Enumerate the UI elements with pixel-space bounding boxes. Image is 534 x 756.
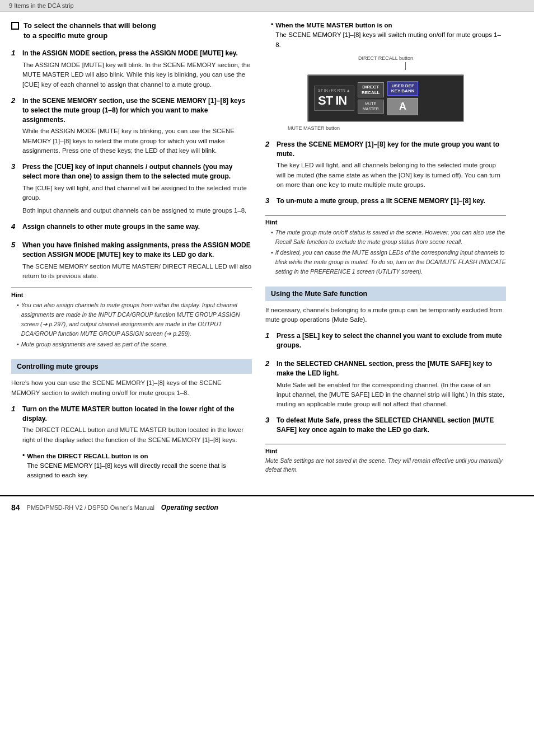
right-content-2: Press the SCENE MEMORY [1]–[8] key for t… bbox=[277, 140, 506, 190]
mute-safe-number-2: 2 bbox=[265, 359, 273, 409]
item-number-1: 1 bbox=[11, 49, 19, 90]
hint-bullet-2: • Mute group assignments are saved as pa… bbox=[17, 340, 252, 349]
item-content-3: Press the [CUE] key of input channels / … bbox=[22, 162, 252, 215]
right-item-3: 3 To un-mute a mute group, press a lit S… bbox=[265, 196, 506, 208]
left-column: To select the channels that will belong … bbox=[11, 21, 252, 484]
hint3-label: Hint bbox=[265, 448, 506, 454]
hint3-box: Hint Mute Safe settings are not saved in… bbox=[265, 444, 506, 475]
hint-label: Hint bbox=[11, 292, 252, 298]
item-content-1: In the ASSIGN MODE section, press the AS… bbox=[22, 49, 252, 90]
main-heading: To select the channels that will belong … bbox=[11, 21, 252, 41]
item-title-3: Press the [CUE] key of input channels / … bbox=[22, 162, 252, 181]
mute-safe-title-3: To defeat Mute Safe, press the SELECTED … bbox=[277, 416, 506, 435]
mute-safe-title: Using the Mute Safe function bbox=[271, 290, 367, 298]
item-content-5: When you have finished making assignment… bbox=[22, 241, 252, 281]
panel-illustration: DIRECT RECALL button ST IN / FX RTN ▲ ST… bbox=[265, 55, 506, 131]
userdef-a-group: USER DEFKEY BANK A bbox=[387, 81, 419, 115]
item-body-3b: Both input channels and output channels … bbox=[22, 206, 252, 215]
direct-recall-bullet-content: When the DIRECT RECALL button is on The … bbox=[27, 452, 252, 481]
controlling-mute-groups-title: Controlling mute groups bbox=[17, 363, 99, 370]
mute-safe-number-1: 1 bbox=[265, 331, 273, 353]
right-title-3: To un-mute a mute group, press a lit SCE… bbox=[277, 196, 506, 206]
controlling-number-1: 1 bbox=[11, 405, 19, 445]
item-number-5: 5 bbox=[11, 241, 19, 281]
footer-manual-text: PM5D/PM5D-RH V2 / DSP5D Owner's Manual bbox=[27, 504, 154, 511]
item-number-4: 4 bbox=[11, 222, 19, 234]
right-hint-box: Hint • The mute group mute on/off status… bbox=[265, 215, 506, 276]
dca-panel: ST IN / FX RTN ▲ ST IN DIRECTRECALL MUTE… bbox=[307, 74, 464, 122]
item-title-5: When you have finished making assignment… bbox=[22, 241, 252, 260]
panel-arrow bbox=[265, 62, 506, 70]
direct-recall-annotation: DIRECT RECALL button bbox=[265, 55, 506, 61]
userdef-button: USER DEFKEY BANK bbox=[387, 81, 419, 96]
mute-safe-number-3: 3 bbox=[265, 416, 273, 437]
mute-master-bullet-content: When the MUTE MASTER button is on The SC… bbox=[275, 21, 506, 50]
hint3-text: Mute Safe settings are not saved in the … bbox=[265, 457, 506, 475]
item-body-2: While the ASSIGN MODE [MUTE] key is blin… bbox=[22, 126, 252, 156]
left-item-4: 4 Assign channels to other mute groups i… bbox=[11, 222, 252, 234]
item-number-2: 2 bbox=[11, 96, 19, 156]
left-hint-box: Hint • You can also assign channels to m… bbox=[11, 288, 252, 349]
main-heading-text: To select the channels that will belong … bbox=[24, 21, 156, 41]
direct-recall-bullet-item: • When the DIRECT RECALL button is on Th… bbox=[22, 452, 252, 481]
footer-section-text: Operating section bbox=[161, 504, 218, 511]
item-body-1: The ASSIGN MODE [MUTE] key will blink. I… bbox=[22, 60, 252, 90]
right-item-2: 2 Press the SCENE MEMORY [1]–[8] key for… bbox=[265, 140, 506, 190]
hint2-bullet-2: • If desired, you can cause the MUTE ass… bbox=[271, 248, 506, 276]
controlling-mute-groups-header: Controlling mute groups bbox=[11, 359, 252, 374]
controlling-item-1: 1 Turn on the MUTE MASTER button located… bbox=[11, 405, 252, 445]
mute-safe-title-1: Press a [SEL] key to select the channel … bbox=[277, 331, 506, 350]
stin-sublabel: ST IN / FX RTN ▲ bbox=[318, 88, 350, 92]
right-number-3: 3 bbox=[265, 196, 273, 208]
right-body-2: The key LED will light, and all channels… bbox=[277, 161, 506, 190]
mute-master-button: MUTEMASTER bbox=[358, 100, 384, 114]
mute-safe-content-2: In the SELECTED CHANNEL section, press t… bbox=[277, 359, 506, 409]
stin-text: ST IN bbox=[318, 93, 350, 108]
mute-safe-section-header: Using the Mute Safe function bbox=[265, 287, 506, 301]
right-column: • When the MUTE MASTER button is on The … bbox=[265, 21, 506, 484]
mute-safe-title-2: In the SELECTED CHANNEL section, press t… bbox=[277, 359, 506, 378]
controlling-body-1: The DIRECT RECALL button and MUTE MASTER… bbox=[22, 425, 252, 445]
item-title-4: Assign channels to other mute groups in … bbox=[22, 222, 252, 232]
page-header: 9 Items in the DCA strip bbox=[0, 0, 534, 12]
left-item-5: 5 When you have finished making assignme… bbox=[11, 241, 252, 281]
mute-safe-intro: If necessary, channels belonging to a mu… bbox=[265, 306, 506, 325]
hint2-bullets: • The mute group mute on/off status is s… bbox=[271, 228, 506, 276]
item-title-2: In the SCENE MEMORY section, use the SCE… bbox=[22, 96, 252, 124]
hint-bullets: • You can also assign channels to mute g… bbox=[17, 300, 252, 349]
page-footer: 84 PM5D/PM5D-RH V2 / DSP5D Owner's Manua… bbox=[0, 495, 534, 519]
a-box: A bbox=[387, 98, 419, 115]
left-item-2: 2 In the SCENE MEMORY section, use the S… bbox=[11, 96, 252, 156]
hint2-label: Hint bbox=[265, 219, 506, 226]
hint2-bullet-1: • The mute group mute on/off status is s… bbox=[271, 228, 506, 247]
mute-safe-item-1: 1 Press a [SEL] key to select the channe… bbox=[265, 331, 506, 353]
mute-safe-item-2: 2 In the SELECTED CHANNEL section, press… bbox=[265, 359, 506, 409]
left-item-1: 1 In the ASSIGN MODE section, press the … bbox=[11, 49, 252, 90]
direct-recall-bullet: • When the DIRECT RECALL button is on Th… bbox=[22, 452, 252, 481]
item-number-3: 3 bbox=[11, 162, 19, 215]
controlling-intro: Here's how you can use the SCENE MEMORY … bbox=[11, 378, 252, 398]
mute-safe-content-3: To defeat Mute Safe, press the SELECTED … bbox=[277, 416, 506, 437]
item-body-5: The SCENE MEMORY section MUTE MASTER/ DI… bbox=[22, 262, 252, 281]
mute-safe-content-1: Press a [SEL] key to select the channel … bbox=[277, 331, 506, 353]
mute-safe-body-2: Mute Safe will be enabled for the corres… bbox=[277, 381, 506, 410]
mute-safe-item-3: 3 To defeat Mute Safe, press the SELECTE… bbox=[265, 416, 506, 437]
left-item-3: 3 Press the [CUE] key of input channels … bbox=[11, 162, 252, 215]
dca-buttons-row: ST IN / FX RTN ▲ ST IN DIRECTRECALL MUTE… bbox=[314, 81, 457, 115]
item-title-1: In the ASSIGN MODE section, press the AS… bbox=[22, 49, 252, 58]
checkbox-icon bbox=[11, 22, 19, 30]
right-content-3: To un-mute a mute group, press a lit SCE… bbox=[277, 196, 506, 208]
page-content: To select the channels that will belong … bbox=[0, 12, 534, 484]
right-title-2: Press the SCENE MEMORY [1]–[8] key for t… bbox=[277, 140, 506, 159]
direct-recall-button: DIRECTRECALL bbox=[358, 82, 384, 97]
item-content-2: In the SCENE MEMORY section, use the SCE… bbox=[22, 96, 252, 156]
mute-master-annotation: MUTE MASTER button bbox=[265, 125, 506, 131]
header-text: 9 Items in the DCA strip bbox=[9, 2, 74, 9]
mute-master-bullet-item: • When the MUTE MASTER button is on The … bbox=[271, 21, 506, 50]
hint-bullet-1: • You can also assign channels to mute g… bbox=[17, 300, 252, 338]
page-number: 84 bbox=[11, 503, 20, 512]
controlling-title-1: Turn on the MUTE MASTER button located i… bbox=[22, 405, 252, 424]
mute-master-bullet: • When the MUTE MASTER button is on The … bbox=[271, 21, 506, 50]
controlling-content-1: Turn on the MUTE MASTER button located i… bbox=[22, 405, 252, 445]
dca-right-buttons: DIRECTRECALL MUTEMASTER bbox=[358, 82, 384, 114]
